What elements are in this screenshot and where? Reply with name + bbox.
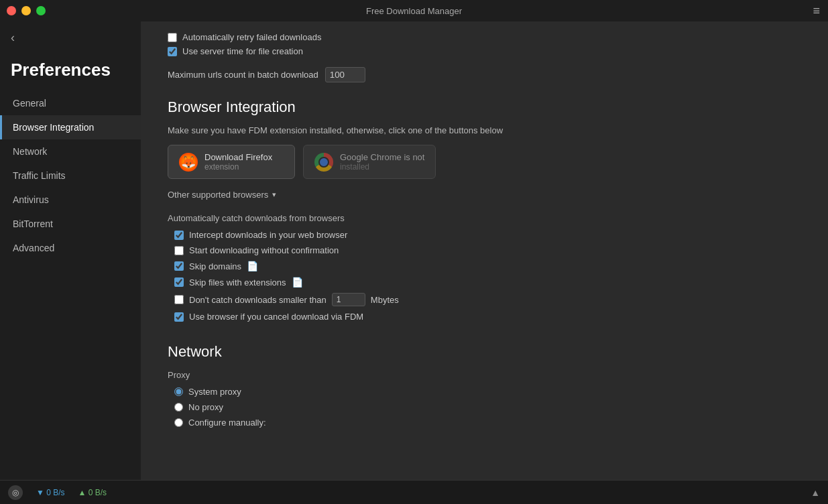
expand-button[interactable]: ▲ bbox=[811, 487, 820, 498]
sidebar-item-browser-integration[interactable]: Browser Integration bbox=[0, 115, 141, 139]
download-speed-value: ▼ 0 B/s bbox=[36, 488, 65, 497]
browser-integration-heading: Browser Integration bbox=[168, 99, 801, 116]
start-without-confirm-label: Start downloading without confirmation bbox=[189, 245, 339, 255]
no-proxy-radio[interactable] bbox=[174, 403, 183, 412]
use-browser-cancel-option: Use browser if you cancel download via F… bbox=[174, 312, 801, 322]
firefox-btn-text: Download Firefox extension bbox=[204, 152, 272, 172]
max-batch-input[interactable] bbox=[325, 67, 365, 82]
intercept-checkbox[interactable] bbox=[174, 231, 184, 240]
other-browsers-label: Other supported browsers bbox=[168, 190, 268, 200]
system-proxy-radio[interactable] bbox=[174, 387, 183, 396]
server-time-checkbox[interactable] bbox=[168, 47, 177, 56]
browser-buttons: 🦊 Download Firefox extension Google Chro… bbox=[168, 145, 801, 179]
menu-icon[interactable]: ≡ bbox=[813, 4, 820, 18]
network-heading: Network bbox=[168, 343, 801, 361]
upload-speed: ▲ 0 B/s bbox=[78, 488, 107, 497]
configure-manually-row: Configure manually: bbox=[168, 418, 801, 428]
server-time-row: Use server time for file creation bbox=[168, 46, 801, 56]
firefox-btn-label: Download Firefox bbox=[204, 152, 272, 162]
skip-extensions-label: Skip files with extensions bbox=[189, 277, 286, 288]
content-area: Automatically retry failed downloads Use… bbox=[141, 21, 828, 480]
skip-domains-label: Skip domains bbox=[189, 261, 241, 271]
sidebar-item-general[interactable]: General bbox=[0, 91, 141, 115]
firefox-icon: 🦊 bbox=[179, 153, 198, 172]
system-proxy-label: System proxy bbox=[188, 387, 241, 397]
chrome-btn-sublabel: installed bbox=[340, 162, 424, 172]
titlebar-buttons bbox=[7, 6, 46, 15]
start-without-confirm-checkbox[interactable] bbox=[174, 246, 184, 255]
dont-catch-smaller-checkbox[interactable] bbox=[174, 295, 184, 304]
firefox-button[interactable]: 🦊 Download Firefox extension bbox=[168, 145, 295, 179]
system-proxy-row: System proxy bbox=[168, 387, 801, 397]
close-button[interactable] bbox=[7, 6, 16, 15]
no-proxy-row: No proxy bbox=[168, 402, 801, 412]
sidebar: ‹ Preferences General Browser Integratio… bbox=[0, 21, 141, 480]
maximize-button[interactable] bbox=[36, 6, 46, 15]
intercept-label: Intercept downloads in your web browser bbox=[189, 230, 347, 240]
upload-speed-value: ▲ 0 B/s bbox=[78, 488, 107, 497]
configure-manually-label: Configure manually: bbox=[188, 418, 266, 428]
server-time-label: Use server time for file creation bbox=[182, 46, 303, 56]
preferences-title: Preferences bbox=[0, 54, 141, 91]
skip-extensions-doc-icon[interactable]: 📄 bbox=[292, 277, 303, 288]
max-batch-row: Maximum urls count in batch download bbox=[168, 67, 801, 82]
titlebar: Free Download Manager ≡ bbox=[0, 0, 828, 21]
download-speed: ▼ 0 B/s bbox=[36, 488, 65, 497]
app-title: Free Download Manager bbox=[366, 6, 462, 16]
back-button[interactable]: ‹ bbox=[0, 21, 141, 54]
sidebar-item-bittorrent[interactable]: BitTorrent bbox=[0, 212, 141, 236]
sidebar-item-traffic-limits[interactable]: Traffic Limits bbox=[0, 164, 141, 188]
max-batch-label: Maximum urls count in batch download bbox=[168, 70, 318, 80]
configure-manually-radio[interactable] bbox=[174, 418, 183, 427]
chrome-button[interactable]: Google Chrome is not installed bbox=[303, 145, 436, 179]
chevron-down-icon: ▾ bbox=[272, 190, 276, 199]
minimize-button[interactable] bbox=[21, 6, 31, 15]
firefox-btn-sublabel: extension bbox=[204, 162, 272, 172]
skip-domains-doc-icon[interactable]: 📄 bbox=[247, 261, 258, 271]
intercept-option: Intercept downloads in your web browser bbox=[174, 230, 801, 240]
use-browser-cancel-label: Use browser if you cancel download via F… bbox=[189, 312, 363, 322]
skip-domains-checkbox[interactable] bbox=[174, 261, 184, 271]
skip-domains-option: Skip domains 📄 bbox=[174, 261, 801, 271]
auto-catch-label: Automatically catch downloads from brows… bbox=[168, 213, 801, 223]
status-icon[interactable]: ◎ bbox=[8, 485, 23, 500]
chrome-btn-label: Google Chrome is not bbox=[340, 152, 424, 162]
chrome-btn-text: Google Chrome is not installed bbox=[340, 152, 424, 172]
statusbar: ◎ ▼ 0 B/s ▲ 0 B/s ▲ bbox=[0, 480, 828, 504]
chrome-icon bbox=[314, 153, 333, 172]
sidebar-item-network[interactable]: Network bbox=[0, 139, 141, 164]
network-section: Network Proxy System proxy No proxy Conf… bbox=[168, 343, 801, 428]
sidebar-nav: General Browser Integration Network Traf… bbox=[0, 91, 141, 260]
min-size-input[interactable] bbox=[332, 293, 365, 306]
proxy-label: Proxy bbox=[168, 370, 801, 380]
start-without-confirm-option: Start downloading without confirmation bbox=[174, 245, 801, 255]
top-checks: Automatically retry failed downloads Use… bbox=[168, 32, 801, 56]
no-proxy-label: No proxy bbox=[188, 402, 223, 412]
mbytes-label: Mbytes bbox=[371, 295, 399, 305]
browser-options-list: Intercept downloads in your web browser … bbox=[168, 230, 801, 322]
skip-extensions-option: Skip files with extensions 📄 bbox=[174, 277, 801, 288]
auto-retry-checkbox[interactable] bbox=[168, 33, 177, 42]
sidebar-item-advanced[interactable]: Advanced bbox=[0, 236, 141, 260]
sidebar-item-antivirus[interactable]: Antivirus bbox=[0, 188, 141, 212]
skip-extensions-checkbox[interactable] bbox=[174, 277, 184, 287]
use-browser-cancel-checkbox[interactable] bbox=[174, 312, 184, 322]
dont-catch-smaller-label: Don't catch downloads smaller than bbox=[189, 295, 327, 305]
main-layout: ‹ Preferences General Browser Integratio… bbox=[0, 21, 828, 480]
auto-retry-label: Automatically retry failed downloads bbox=[182, 32, 321, 42]
bi-description: Make sure you have FDM extension install… bbox=[168, 125, 801, 135]
auto-retry-row: Automatically retry failed downloads bbox=[168, 32, 801, 42]
dont-catch-smaller-option: Don't catch downloads smaller than Mbyte… bbox=[174, 293, 801, 306]
other-browsers-toggle[interactable]: Other supported browsers ▾ bbox=[168, 190, 801, 200]
